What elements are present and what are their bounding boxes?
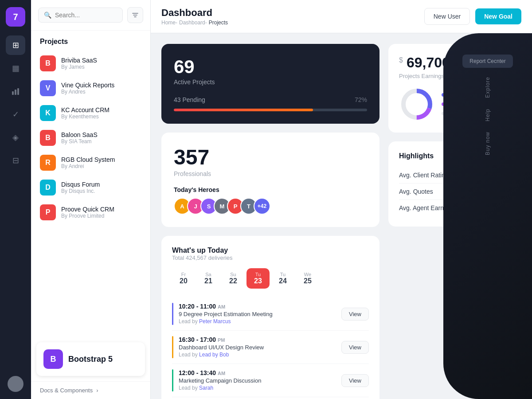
calendar-day[interactable]: Tu23 <box>246 268 270 289</box>
calendar-day[interactable]: Tu24 <box>271 268 294 289</box>
docs-chevron: › <box>96 387 98 394</box>
active-projects-label: Active Projects <box>174 78 367 86</box>
project-logo: P <box>40 204 56 220</box>
project-info: Vine Quick Reports By Andres <box>61 82 141 95</box>
event-item: 10:20 - 11:00 AM 9 Degree Project Estima… <box>172 297 369 331</box>
report-center-button[interactable]: Report Cecnter <box>462 55 512 68</box>
highlight-label: Avg. Quotes <box>399 188 433 195</box>
page-title: Dashboard <box>161 7 228 19</box>
nav-icon-layers[interactable]: ◈ <box>6 128 25 147</box>
cal-day-name: Fr <box>181 272 186 277</box>
filter-button[interactable] <box>127 7 143 23</box>
project-item[interactable]: B Baloon SaaS By SIA Team <box>31 125 150 150</box>
svg-rect-1 <box>15 90 16 95</box>
cal-day-num: 21 <box>204 277 212 285</box>
project-item[interactable]: D Disqus Forum By Disqus Inc. <box>31 175 150 200</box>
events-list: 10:20 - 11:00 AM 9 Degree Project Estima… <box>172 297 369 397</box>
heroes-avatars: AJSMPT+42 <box>174 198 367 215</box>
breadcrumb: Dashboard Home- Dashboard- Projects <box>161 7 228 26</box>
project-item[interactable]: K KC Account CRM By Keenthemes <box>31 101 150 125</box>
event-view-button[interactable]: View <box>341 374 369 387</box>
project-name: Vine Quick Reports <box>61 82 141 89</box>
top-header: Dashboard Home- Dashboard- Projects New … <box>151 0 532 33</box>
projects-title: Projects <box>31 31 150 49</box>
event-lead-name[interactable]: Sarah <box>199 385 213 391</box>
project-name: KC Account CRM <box>61 106 141 113</box>
nav-icon-dashboard[interactable]: ⊞ <box>6 35 25 55</box>
right-overlay-panel: Report Cecnter Explore Help Buy now <box>443 33 532 399</box>
event-item: 16:30 - 17:00 PM Dashboard UI/UX Design … <box>172 331 369 364</box>
project-name: Briviba SaaS <box>61 57 141 64</box>
project-item[interactable]: B Briviba SaaS By James <box>31 51 150 76</box>
search-box[interactable]: 🔍 <box>38 8 123 23</box>
bootstrap-card: B Bootstrap 5 <box>36 342 145 376</box>
user-avatar[interactable] <box>8 376 23 392</box>
buy-now-label[interactable]: Buy now <box>485 126 491 160</box>
new-goal-button[interactable]: New Goal <box>475 8 521 24</box>
breadcrumb-home[interactable]: Home- <box>161 20 177 26</box>
event-lead-name[interactable]: Lead by Bob <box>199 352 229 358</box>
dashboard-area: 69 Active Projects 43 Pending 72% 357 Pr… <box>151 33 532 399</box>
nav-icon-check[interactable]: ✓ <box>6 105 25 124</box>
new-user-button[interactable]: New User <box>424 8 470 25</box>
bootstrap-logo: B <box>43 349 63 369</box>
project-by: By SIA Team <box>61 138 141 145</box>
progress-fill <box>174 109 313 111</box>
project-item[interactable]: V Vine Quick Reports By Andres <box>31 76 150 101</box>
professionals-label: Professionals <box>174 170 367 177</box>
cal-day-name: We <box>304 272 311 277</box>
event-content: 10:20 - 11:00 AM 9 Degree Project Estima… <box>179 303 336 325</box>
calendar-day[interactable]: Fr20 <box>172 268 195 289</box>
event-time: 10:20 - 11:00 AM <box>179 303 336 310</box>
project-info: Proove Quick CRM By Proove Limited <box>61 206 141 219</box>
breadcrumb-dashboard[interactable]: Dashboard- <box>179 20 207 26</box>
whatsup-header: What's up Today Total 424,567 deliveries <box>172 246 369 261</box>
project-logo: R <box>40 155 56 171</box>
event-view-button[interactable]: View <box>341 308 369 321</box>
event-lead-name[interactable]: Peter Marcus <box>199 318 231 325</box>
left-navigation: 7 ⊞ ▦ ✓ ◈ ⊟ <box>0 0 31 399</box>
active-projects-card: 69 Active Projects 43 Pending 72% <box>161 44 379 124</box>
donut-chart <box>399 86 434 122</box>
nav-avatar[interactable]: 7 <box>6 7 25 27</box>
highlight-label: Avg. Client Rating <box>399 172 449 179</box>
breadcrumb-current: Projects <box>209 20 228 26</box>
whatsup-subtitle: Total 424,567 deliveries <box>172 254 369 261</box>
cal-day-name: Tu <box>255 272 261 277</box>
explore-label[interactable]: Explore <box>485 71 491 103</box>
project-by: By Proove Limited <box>61 213 141 219</box>
progress-bar-container <box>174 109 367 111</box>
dollar-sign: $ <box>399 55 403 64</box>
event-lead: Lead by Lead by Bob <box>179 352 336 358</box>
bootstrap-title: Bootstrap 5 <box>68 355 113 364</box>
main-content: Dashboard Home- Dashboard- Projects New … <box>151 0 532 399</box>
project-item[interactable]: P Proove Quick CRM By Proove Limited <box>31 200 150 225</box>
svg-rect-2 <box>17 88 19 95</box>
project-by: By Keenthemes <box>61 113 141 120</box>
project-info: Disqus Forum By Disqus Inc. <box>61 181 141 194</box>
search-input[interactable] <box>55 12 117 19</box>
project-item[interactable]: R RGB Cloud System By Andrei <box>31 150 150 175</box>
event-view-button[interactable]: View <box>341 341 369 354</box>
calendar-day[interactable]: We25 <box>296 268 319 289</box>
nav-icon-briefcase[interactable]: ⊟ <box>6 151 25 170</box>
docs-label: Docs & Components <box>40 387 93 394</box>
calendar-day[interactable]: Su22 <box>222 268 245 289</box>
search-icon: 🔍 <box>44 12 51 19</box>
project-logo: B <box>40 130 56 146</box>
project-name: Disqus Forum <box>61 181 141 188</box>
project-info: Baloon SaaS By SIA Team <box>61 131 141 145</box>
pending-label: 43 Pending <box>174 96 205 103</box>
project-info: Briviba SaaS By James <box>61 57 141 70</box>
nav-icon-chart[interactable] <box>6 82 25 101</box>
project-name: Baloon SaaS <box>61 131 141 138</box>
calendar-day[interactable]: Sa21 <box>197 268 220 289</box>
help-label[interactable]: Help <box>485 103 491 127</box>
event-border <box>172 303 173 325</box>
nav-icon-grid[interactable]: ▦ <box>6 59 25 78</box>
project-by: By Disqus Inc. <box>61 188 141 194</box>
project-logo: D <box>40 180 56 196</box>
event-ampm: AM <box>218 371 225 376</box>
event-border <box>172 336 173 358</box>
docs-bar[interactable]: Docs & Components › <box>31 381 150 399</box>
